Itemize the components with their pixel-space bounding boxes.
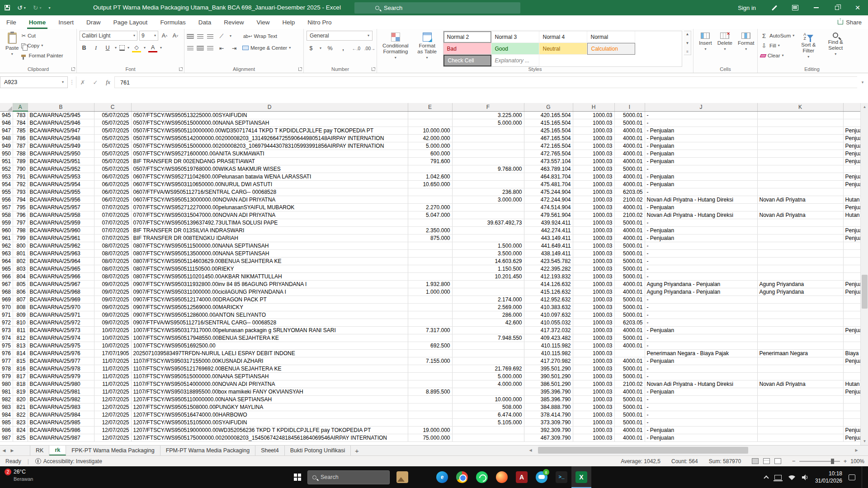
- grid-cell[interactable]: - Penjualan: [645, 388, 757, 396]
- grid-cell[interactable]: [757, 219, 843, 227]
- wrap-text-button[interactable]: ab↩Wrap Text: [243, 31, 277, 41]
- grid-cell[interactable]: [452, 181, 524, 188]
- tab-scroll-left-icon[interactable]: ◀: [0, 446, 8, 455]
- grid-cell[interactable]: [757, 365, 843, 373]
- grid-cell[interactable]: [408, 196, 452, 204]
- scroll-left-icon[interactable]: ◀: [527, 446, 534, 455]
- grid-cell[interactable]: 820: [13, 396, 28, 404]
- grid-cell[interactable]: [757, 411, 843, 419]
- row-header[interactable]: 954: [0, 181, 13, 188]
- grid-cell[interactable]: [408, 111, 452, 119]
- merge-center-button[interactable]: Merge & Center▾: [242, 43, 291, 53]
- style-calculation[interactable]: Calculation: [587, 43, 635, 55]
- grid-cell[interactable]: 794: [13, 196, 28, 204]
- style-normal-2[interactable]: Normal 2: [443, 31, 491, 43]
- grid-cell[interactable]: BIF TRANSFER DR 013SILVIA INDRASWARI: [131, 227, 408, 235]
- grid-cell[interactable]: 1000.03: [573, 342, 614, 350]
- grid-cell[interactable]: 803: [13, 265, 28, 273]
- grid-cell[interactable]: 799: [13, 235, 28, 242]
- grid-cell[interactable]: 0607/FTSCY/WS950513000000.00NOVAN ADI PR…: [131, 196, 408, 204]
- grid-cell[interactable]: 4000.01: [614, 327, 645, 334]
- grid-cell[interactable]: [452, 327, 524, 334]
- row-header[interactable]: 946: [0, 119, 13, 127]
- grid-cell[interactable]: 5000.01: [614, 219, 645, 227]
- row-header[interactable]: 952: [0, 165, 13, 173]
- row-header[interactable]: 982: [0, 396, 13, 404]
- row-header[interactable]: 979: [0, 373, 13, 380]
- grid-cell[interactable]: 804: [13, 273, 28, 281]
- grid-cell[interactable]: BCA/WARNA/25/985: [28, 419, 94, 427]
- grid-cell[interactable]: 4000.01: [614, 142, 645, 150]
- grid-cell[interactable]: 2.569.000: [452, 304, 524, 311]
- col-header-g[interactable]: G: [524, 103, 573, 111]
- grid-cell[interactable]: 1.500.000: [452, 242, 524, 250]
- row-header[interactable]: 956: [0, 196, 13, 204]
- grid-cell[interactable]: 5000.01: [614, 250, 645, 258]
- grid-cell[interactable]: 4000.01: [614, 150, 645, 158]
- grid-cell[interactable]: [408, 419, 452, 427]
- grid-cell[interactable]: 4000.01: [614, 235, 645, 242]
- grid-cell[interactable]: 415.126.632: [524, 288, 573, 296]
- start-button[interactable]: [288, 466, 307, 488]
- weather-widget[interactable]: 2 26°C Berawan: [5, 469, 33, 482]
- dialog-launcher-icon[interactable]: [179, 67, 183, 71]
- grid-cell[interactable]: 5000.01: [614, 258, 645, 265]
- grid-cell[interactable]: 800: [13, 242, 28, 250]
- grid-cell[interactable]: 06/07/2025: [94, 196, 131, 204]
- col-header-k[interactable]: K: [757, 103, 843, 111]
- row-header[interactable]: 974: [0, 334, 13, 342]
- grid-cell[interactable]: 07/07/2025: [94, 204, 131, 211]
- row-header[interactable]: 986: [0, 427, 13, 434]
- grid-cell[interactable]: 423.545.782: [524, 258, 573, 265]
- autosum-button[interactable]: ΣAutoSum▾: [760, 31, 794, 41]
- grid-cell[interactable]: 10.000.000: [408, 127, 452, 135]
- row-header[interactable]: 961: [0, 235, 13, 242]
- row-header[interactable]: 960: [0, 227, 13, 235]
- row-header[interactable]: 950: [0, 150, 13, 158]
- grid-cell[interactable]: 1207/FTSCY/WS950515105000.00SYAIFUDIN: [131, 419, 408, 427]
- row-header[interactable]: 948: [0, 135, 13, 142]
- grid-cell[interactable]: 0807/FTSCY/WS950513500000.00NANA SEPTIAN…: [131, 250, 408, 258]
- style-bad[interactable]: Bad: [443, 43, 491, 55]
- grid-cell[interactable]: [408, 296, 452, 304]
- action-center-icon[interactable]: [849, 474, 855, 480]
- grid-cell[interactable]: BCA/WARNA/25/963: [28, 250, 94, 258]
- grid-cell[interactable]: 07/07/2025: [94, 235, 131, 242]
- grid-cell[interactable]: 410.055.032: [524, 319, 573, 327]
- confirm-entry-button[interactable]: ✓: [89, 79, 102, 86]
- grid-cell[interactable]: 410.097.632: [524, 311, 573, 319]
- grid-cell[interactable]: Penjual: [843, 142, 860, 150]
- grid-cell[interactable]: 812: [13, 334, 28, 342]
- italic-button[interactable]: I: [91, 43, 100, 52]
- grid-cell[interactable]: 1000.03: [573, 158, 614, 165]
- row-header[interactable]: 953: [0, 173, 13, 181]
- increase-indent-icon[interactable]: ⇥: [230, 43, 239, 52]
- grid-cell[interactable]: [843, 111, 860, 119]
- grid-cell[interactable]: BCA/WARNA/25/962: [28, 242, 94, 250]
- grid-cell[interactable]: Agung Priyandana: [757, 281, 843, 288]
- sheet-tab-rk-0[interactable]: RK: [30, 446, 49, 455]
- grid-cell[interactable]: Novan Adi Priyatna - Hutang Direksi: [645, 196, 757, 204]
- grid-cell[interactable]: 1000.03: [573, 350, 614, 357]
- gallery-more-icon[interactable]: ≡: [686, 50, 689, 54]
- grid-cell[interactable]: [843, 396, 860, 404]
- grid-cell[interactable]: BCA/WARNA/25/960: [28, 227, 94, 235]
- grid-cell[interactable]: [843, 411, 860, 419]
- decrease-decimal-icon[interactable]: .00→: [365, 44, 375, 53]
- grid-cell[interactable]: [757, 158, 843, 165]
- grid-cell[interactable]: BCA/WARNA/25/961: [28, 235, 94, 242]
- grid-cell[interactable]: 1007/FTSCY/WS950317317000.00pelunasan pa…: [131, 327, 408, 334]
- grid-cell[interactable]: 822: [13, 411, 28, 419]
- grid-cell[interactable]: 12/07/2025: [94, 434, 131, 442]
- grid-cell[interactable]: 472.765.504: [524, 150, 573, 158]
- grid-cell[interactable]: 1107/FTSCY/WS950515000000.00NANA SEPTIAN…: [131, 373, 408, 380]
- grid-cell[interactable]: [757, 111, 843, 119]
- grid-cell[interactable]: 797: [13, 219, 28, 227]
- grid-cell[interactable]: 5000.01: [614, 411, 645, 419]
- grid-cell[interactable]: 5000.01: [614, 119, 645, 127]
- grid-cell[interactable]: 3.500.000: [452, 250, 524, 258]
- grid-cell[interactable]: 08/07/2025: [94, 250, 131, 258]
- grid-cell[interactable]: 2.350.000: [408, 227, 452, 235]
- grid-cell[interactable]: - Penjualan: [645, 150, 757, 158]
- grid-cell[interactable]: BCA/WARNA/25/987: [28, 434, 94, 442]
